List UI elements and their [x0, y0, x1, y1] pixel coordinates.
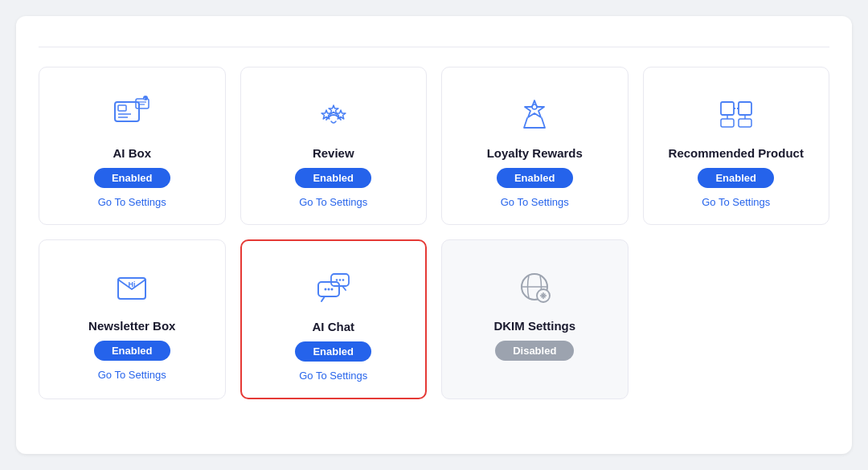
ai-chat-icon — [309, 264, 358, 312]
ai-chat-title: AI Chat — [313, 320, 355, 333]
dkim-settings-icon — [510, 263, 559, 311]
svg-point-25 — [330, 288, 333, 291]
card-recommended-product[interactable]: Recommended ProductEnabledGo To Settings — [643, 67, 830, 225]
card-ai-box[interactable]: ! AI BoxEnabledGo To Settings — [39, 67, 226, 225]
svg-rect-16 — [721, 119, 734, 127]
recommended-product-settings-link[interactable]: Go To Settings — [702, 196, 770, 208]
newsletter-box-icon: Hi — [108, 263, 156, 311]
svg-point-24 — [327, 288, 330, 291]
review-title: Review — [313, 146, 354, 160]
recommended-product-status-badge[interactable]: Enabled — [698, 168, 774, 188]
svg-rect-1 — [118, 105, 126, 111]
svg-rect-14 — [739, 102, 751, 115]
svg-text:Hi: Hi — [129, 280, 136, 288]
loyalty-rewards-status-badge[interactable]: Enabled — [497, 168, 573, 188]
ai-box-status-badge[interactable]: Enabled — [94, 168, 170, 188]
page-title — [39, 35, 829, 47]
svg-rect-4 — [136, 99, 149, 108]
svg-point-27 — [335, 279, 338, 281]
dkim-settings-status-badge[interactable]: Disabled — [495, 341, 574, 361]
recommended-product-icon — [712, 90, 760, 138]
loyalty-rewards-icon — [510, 90, 559, 138]
card-review[interactable]: ReviewEnabledGo To Settings — [240, 67, 428, 225]
review-icon — [309, 90, 358, 138]
card-ai-chat[interactable]: AI ChatEnabledGo To Settings — [240, 239, 428, 399]
svg-marker-11 — [336, 110, 346, 119]
svg-marker-9 — [321, 110, 331, 119]
newsletter-box-status-badge[interactable]: Enabled — [94, 341, 170, 361]
svg-text:!: ! — [145, 97, 145, 101]
newsletter-box-settings-link[interactable]: Go To Settings — [98, 369, 166, 381]
svg-rect-17 — [739, 119, 751, 127]
page-container: ! AI BoxEnabledGo To Settings ReviewEnab… — [16, 16, 852, 454]
newsletter-box-title: Newsletter Box — [88, 319, 175, 333]
svg-rect-13 — [721, 102, 734, 115]
loyalty-rewards-settings-link[interactable]: Go To Settings — [501, 196, 569, 208]
loyalty-rewards-title: Loyalty Rewards — [487, 146, 583, 160]
review-status-badge[interactable]: Enabled — [295, 168, 371, 188]
svg-point-28 — [338, 279, 341, 281]
ai-chat-status-badge[interactable]: Enabled — [295, 341, 371, 362]
ai-box-icon: ! — [108, 90, 156, 138]
dkim-settings-title: DKIM Settings — [493, 319, 575, 333]
svg-point-29 — [342, 279, 344, 281]
recommended-product-title: Recommended Product — [669, 146, 804, 160]
ai-box-settings-link[interactable]: Go To Settings — [98, 196, 166, 208]
ai-box-title: AI Box — [113, 146, 151, 160]
ai-chat-settings-link[interactable]: Go To Settings — [299, 370, 367, 382]
svg-point-23 — [324, 288, 326, 291]
module-grid: ! AI BoxEnabledGo To Settings ReviewEnab… — [39, 67, 829, 399]
card-loyalty-rewards[interactable]: Loyalty RewardsEnabledGo To Settings — [441, 67, 628, 225]
card-dkim-settings[interactable]: DKIM SettingsDisabled — [441, 239, 628, 399]
review-settings-link[interactable]: Go To Settings — [299, 196, 367, 208]
card-newsletter-box[interactable]: Hi Newsletter BoxEnabledGo To Settings — [39, 239, 226, 399]
